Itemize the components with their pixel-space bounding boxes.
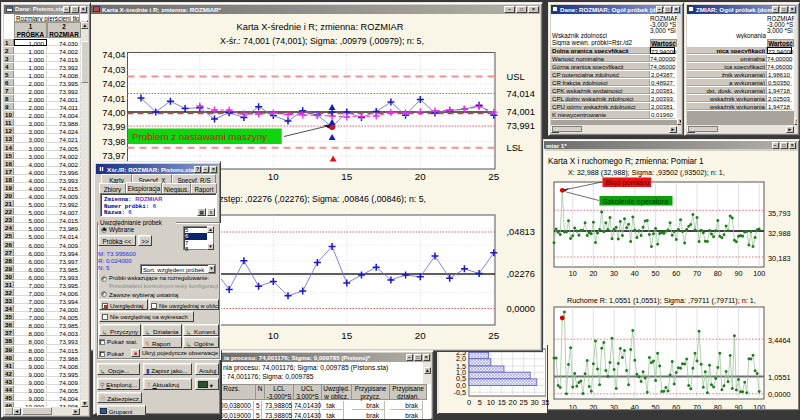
svg-text:35: 35 bbox=[541, 398, 549, 407]
svg-text:0,0000: 0,0000 bbox=[507, 304, 535, 314]
svg-text:73,98: 73,98 bbox=[102, 137, 125, 147]
svg-text:90: 90 bbox=[734, 403, 742, 410]
svg-text:15: 15 bbox=[341, 171, 352, 182]
svg-text:5: 5 bbox=[478, 398, 482, 407]
svg-text:73,991: 73,991 bbox=[507, 121, 535, 131]
svg-text:74,04: 74,04 bbox=[102, 50, 125, 60]
svg-text:10: 10 bbox=[487, 398, 495, 407]
svg-text:15: 15 bbox=[341, 330, 352, 341]
svg-text:80: 80 bbox=[714, 269, 722, 278]
svg-text:90: 90 bbox=[734, 269, 742, 278]
svg-text:1,0551: 1,0551 bbox=[768, 373, 791, 382]
svg-text:80: 80 bbox=[714, 403, 722, 410]
svg-text:10: 10 bbox=[569, 403, 577, 410]
svg-text:Karta X i ruchomego R; zmienna: Karta X i ruchomego R; zmienna: Pomiar 1 bbox=[548, 157, 704, 166]
svg-text:20: 20 bbox=[415, 171, 426, 182]
svg-text:30,183: 30,183 bbox=[768, 254, 791, 263]
svg-text:,02276: ,02276 bbox=[507, 269, 535, 279]
svg-text:30: 30 bbox=[530, 398, 538, 407]
svg-text:3,4464: 3,4464 bbox=[768, 336, 791, 345]
svg-text:,04813: ,04813 bbox=[507, 227, 535, 237]
svg-text:USL: USL bbox=[507, 72, 525, 82]
svg-text:70: 70 bbox=[693, 403, 701, 410]
svg-text:74,02: 74,02 bbox=[102, 79, 125, 89]
svg-text:74,03: 74,03 bbox=[102, 65, 125, 75]
svg-text:30: 30 bbox=[610, 269, 618, 278]
svg-text:100: 100 bbox=[753, 403, 765, 410]
svg-text:74,001: 74,001 bbox=[507, 107, 535, 117]
svg-text:Karta X-średnie i R; zmienna:: Karta X-średnie i R; zmienna: ROZMIAR bbox=[237, 22, 404, 32]
svg-text:30: 30 bbox=[610, 403, 618, 410]
svg-text:25: 25 bbox=[488, 171, 499, 182]
svg-text:74,014: 74,014 bbox=[507, 89, 535, 99]
svg-text:50: 50 bbox=[652, 269, 660, 278]
svg-text:10: 10 bbox=[569, 269, 577, 278]
svg-text:X: 32,988 (32,988); Sigma: ,93: X: 32,988 (32,988); Sigma: ,93502 (,9350… bbox=[568, 168, 725, 177]
svg-text:35,793: 35,793 bbox=[768, 209, 791, 218]
svg-text:Rozstęp: ,02276 (,02276); Sigm: Rozstęp: ,02276 (,02276); Sigma: ,00846 … bbox=[208, 194, 426, 204]
svg-text:20: 20 bbox=[589, 403, 597, 410]
svg-text:Ruchome R: 1,0551 (1,0551); Si: Ruchome R: 1,0551 (1,0551); Sigma: ,7971… bbox=[567, 296, 756, 305]
svg-text:40: 40 bbox=[631, 403, 639, 410]
svg-text:74,01: 74,01 bbox=[102, 94, 125, 104]
svg-text:15: 15 bbox=[498, 398, 506, 407]
svg-text:73,99: 73,99 bbox=[102, 122, 125, 132]
svg-text:0,0000: 0,0000 bbox=[768, 390, 791, 399]
svg-text:25: 25 bbox=[520, 398, 528, 407]
svg-text:X-śr.: 74,001 (74,001); Sigma:: X-śr.: 74,001 (74,001); Sigma: ,00979 (,… bbox=[220, 36, 424, 46]
svg-text:10: 10 bbox=[268, 171, 279, 182]
svg-text:40: 40 bbox=[631, 269, 639, 278]
svg-text:74,00: 74,00 bbox=[102, 108, 125, 118]
svg-text:25: 25 bbox=[488, 330, 499, 341]
svg-text:0: 0 bbox=[467, 398, 471, 407]
svg-text:50: 50 bbox=[652, 403, 660, 410]
svg-text:Problem z nastawami maszyny: Problem z nastawami maszyny bbox=[132, 131, 267, 142]
svg-text:60: 60 bbox=[672, 403, 680, 410]
svg-text:100: 100 bbox=[753, 269, 765, 278]
svg-text:60: 60 bbox=[672, 269, 680, 278]
svg-text:73,97: 73,97 bbox=[102, 151, 125, 161]
svg-text:20: 20 bbox=[415, 330, 426, 341]
svg-text:20: 20 bbox=[509, 398, 517, 407]
svg-text:Błąd pomiaru: Błąd pomiaru bbox=[606, 178, 650, 187]
svg-text:32,988: 32,988 bbox=[768, 229, 791, 238]
svg-text:70: 70 bbox=[693, 269, 701, 278]
svg-text:Szkolenie operatora: Szkolenie operatora bbox=[603, 197, 670, 206]
svg-text:20: 20 bbox=[589, 269, 597, 278]
svg-text:LSL: LSL bbox=[507, 143, 524, 153]
svg-text:-0,5: -0,5 bbox=[454, 388, 466, 397]
svg-text:10: 10 bbox=[268, 330, 279, 341]
